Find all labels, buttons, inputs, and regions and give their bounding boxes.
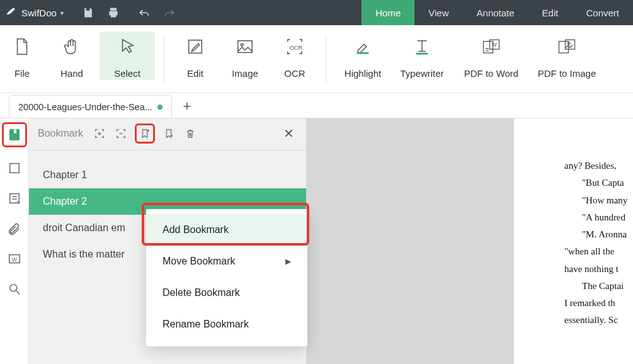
document-tabs: 20000-Leagues-Under-the-Sea... + — [0, 93, 633, 118]
tab-annotate[interactable]: Annotate — [463, 0, 528, 25]
page-text: I remarked th — [564, 296, 633, 310]
app-name: SwifDoo — [21, 8, 57, 18]
close-panel-button[interactable]: ✕ — [280, 126, 297, 141]
delete-bookmark-icon[interactable] — [183, 126, 198, 141]
ribbon-pdf-to-word[interactable]: W PDF to Word — [453, 31, 529, 79]
ribbon-typewriter[interactable]: Typewriter — [391, 31, 453, 79]
highlight-annotation — [2, 122, 27, 147]
submenu-arrow-icon: ▶ — [285, 257, 291, 266]
unsaved-dot-icon — [157, 105, 163, 110]
page-text: any? Besides, — [564, 159, 633, 173]
ribbon-label: Highlight — [345, 68, 381, 79]
app-brand[interactable]: SwifDoo ▾ — [0, 6, 70, 20]
menu-label: Move Bookmark — [163, 256, 236, 267]
rail-attachments-button[interactable] — [5, 219, 24, 238]
file-icon — [13, 33, 31, 60]
rail-bookmark-button[interactable] — [5, 125, 24, 144]
ribbon-pdf-to-image[interactable]: PDF to Image — [529, 31, 605, 79]
ribbon-label: Edit — [187, 68, 203, 79]
page-text: The Captai — [564, 279, 633, 293]
ribbon-label: Hand — [60, 68, 83, 79]
save-button[interactable] — [76, 6, 101, 19]
menu-move-bookmark[interactable]: Move Bookmark▶ — [146, 246, 307, 277]
rail-search-button[interactable] — [5, 280, 24, 299]
menu-rename-bookmark[interactable]: Rename Bookmark — [146, 309, 307, 340]
page-text: "But Capta — [564, 176, 633, 190]
menu-label: Rename Bookmark — [163, 319, 249, 330]
document-viewport[interactable]: any? Besides, "But Capta "How many "A hu… — [306, 118, 633, 364]
ribbon-label: PDF to Word — [464, 68, 518, 79]
ribbon-hand[interactable]: Hand — [44, 31, 100, 80]
panel-header: Bookmark ✕ — [29, 118, 306, 151]
hand-icon — [62, 33, 81, 60]
page-text: "How many — [564, 193, 633, 208]
tab-convert[interactable]: Convert — [572, 0, 633, 25]
page-text: essentially. Sc — [564, 313, 633, 327]
left-rail: W — [0, 118, 29, 364]
pdf-page: any? Besides, "But Capta "How many "A hu… — [514, 118, 633, 364]
svg-point-9 — [568, 42, 570, 44]
collapse-all-icon[interactable] — [113, 126, 128, 141]
ribbon-highlight[interactable]: Highlight — [335, 31, 391, 79]
page-text: "when all the — [564, 244, 633, 259]
page-text: have nothing t — [564, 262, 633, 276]
ribbon-image[interactable]: Image — [217, 31, 273, 79]
ribbon-label: PDF to Image — [538, 68, 596, 79]
add-bookmark-icon[interactable] — [137, 126, 152, 141]
typewriter-icon — [413, 33, 431, 60]
menu-label: Delete Bookmark — [163, 287, 240, 299]
ribbon: File Hand Select Edit Image OCR OCR High… — [0, 25, 633, 93]
svg-text:W: W — [11, 256, 17, 263]
caret-down-icon: ▾ — [60, 9, 64, 16]
tab-view[interactable]: View — [414, 0, 462, 25]
page-text: "M. Aronna — [564, 227, 633, 242]
rail-thumbnails-button[interactable] — [5, 159, 24, 178]
svg-point-15 — [9, 285, 16, 292]
ribbon-select[interactable]: Select — [100, 31, 155, 80]
svg-rect-11 — [9, 164, 19, 173]
tab-edit[interactable]: Edit — [528, 0, 573, 25]
tab-home[interactable]: Home — [362, 0, 414, 25]
ribbon-label: Select — [114, 68, 140, 79]
pdf-image-icon — [557, 33, 576, 60]
expand-all-icon[interactable] — [92, 126, 107, 141]
svg-point-2 — [241, 43, 243, 46]
main-tabs: Home View Annotate Edit Convert — [362, 0, 633, 25]
cursor-icon — [118, 33, 137, 60]
page-text: "A hundred — [564, 210, 633, 225]
ribbon-ocr[interactable]: OCR OCR — [273, 31, 317, 79]
svg-text:W: W — [492, 42, 497, 48]
pdf-word-icon: W — [482, 33, 501, 60]
ribbon-label: File — [14, 68, 30, 79]
workspace: W Bookmark ✕ Chapter 1 Chapter 2 droit C… — [0, 118, 633, 364]
menu-label: Add Bookmark — [163, 224, 229, 236]
ribbon-edit[interactable]: Edit — [173, 31, 217, 79]
ribbon-label: OCR — [284, 68, 305, 79]
add-tab-button[interactable]: + — [178, 98, 196, 115]
ribbon-label: Typewriter — [400, 68, 443, 79]
rail-word-button[interactable]: W — [5, 249, 24, 268]
svg-rect-7 — [559, 42, 569, 53]
ribbon-file[interactable]: File — [0, 31, 44, 80]
menu-delete-bookmark[interactable]: Delete Bookmark — [146, 277, 307, 309]
bookmark-item[interactable]: Chapter 1 — [29, 162, 306, 188]
document-tab[interactable]: 20000-Leagues-Under-the-Sea... — [9, 95, 172, 118]
panel-title: Bookmark — [38, 128, 83, 139]
titlebar: SwifDoo ▾ Home View Annotate Edit Conver… — [0, 0, 633, 25]
highlight-icon — [353, 33, 372, 60]
new-sub-bookmark-icon[interactable] — [161, 126, 176, 141]
highlight-annotation — [135, 123, 155, 144]
ribbon-label: Image — [232, 68, 258, 79]
redo-button[interactable] — [157, 6, 182, 19]
rail-annotations-button[interactable] — [5, 189, 24, 208]
edit-square-icon — [186, 33, 205, 60]
bird-logo-icon — [5, 6, 18, 20]
ocr-icon: OCR — [285, 33, 304, 60]
image-icon — [236, 33, 254, 60]
menu-add-bookmark[interactable]: Add Bookmark — [146, 214, 307, 246]
svg-text:OCR: OCR — [290, 45, 303, 51]
undo-button[interactable] — [132, 6, 157, 19]
bookmark-context-menu: Add Bookmark Move Bookmark▶ Delete Bookm… — [146, 209, 307, 346]
doc-tab-title: 20000-Leagues-Under-the-Sea... — [18, 102, 152, 112]
print-button[interactable] — [101, 6, 126, 19]
